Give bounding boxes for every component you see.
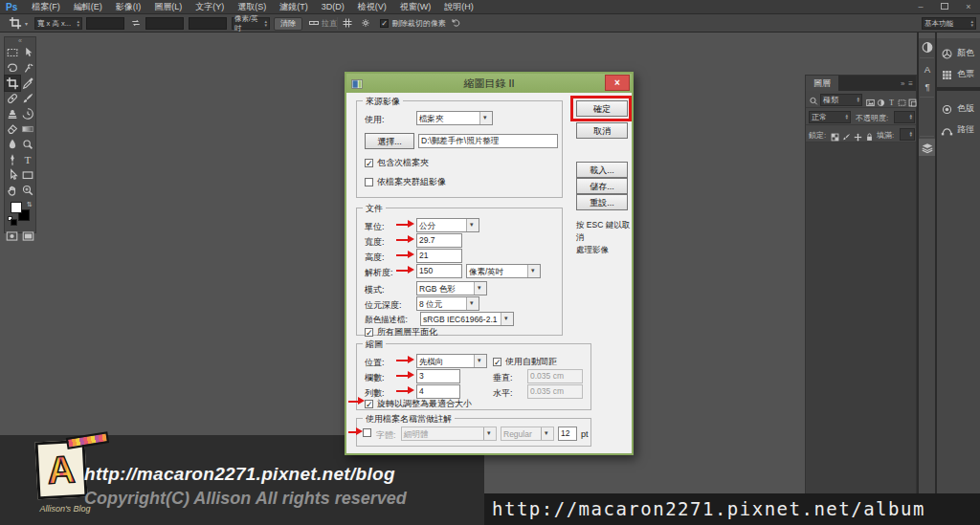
checkbox-box[interactable] [365, 159, 373, 167]
blend-mode-dropdown[interactable]: 正常 [809, 111, 851, 123]
healing-brush-tool[interactable] [5, 91, 20, 106]
color-profile-dropdown[interactable]: sRGB IEC61966-2.1 [420, 312, 514, 326]
cancel-button[interactable]: 取消 [576, 122, 628, 139]
menu-item[interactable]: 選取(S) [231, 0, 273, 14]
adjustment-filter-icon[interactable] [876, 95, 886, 105]
tab-layers[interactable]: 圖層 [806, 76, 838, 91]
mode-dropdown[interactable]: RGB 色彩 [416, 281, 487, 295]
crop-width-input[interactable] [86, 17, 124, 30]
layer-filter-dropdown[interactable]: 種類 [820, 94, 862, 106]
pixel-filter-icon[interactable] [865, 95, 876, 105]
group-by-folder-checkbox[interactable]: 依檔案夾群組影像 [365, 176, 446, 188]
lasso-tool[interactable] [5, 60, 20, 76]
smart-filter-icon[interactable] [907, 95, 918, 105]
gradient-tool[interactable] [20, 121, 35, 137]
rotate-best-fit-checkbox[interactable]: 旋轉以調整為最適合大小 [365, 398, 472, 410]
crop-height-input[interactable] [145, 17, 184, 30]
lock-pixels-icon[interactable] [841, 129, 852, 140]
straighten-label[interactable]: 拉直 [322, 18, 337, 29]
shape-filter-icon[interactable] [897, 95, 907, 105]
flatten-layers-checkbox[interactable]: 所有圖層平面化 [365, 326, 437, 339]
menu-item[interactable]: 3D(D) [315, 0, 351, 14]
dialog-title-bar[interactable]: 縮圖目錄 II [346, 74, 632, 93]
menu-item[interactable]: 檢視(V) [351, 0, 393, 14]
menu-item[interactable]: 影像(I) [109, 0, 148, 14]
straighten-icon[interactable] [308, 16, 320, 30]
use-dropdown[interactable]: 檔案夾 [416, 111, 493, 125]
caption-size-field[interactable]: 12 [558, 427, 577, 441]
pen-tool[interactable] [5, 152, 20, 167]
rectangular-marquee-tool[interactable] [5, 45, 20, 60]
crop-ratio-preset-dropdown[interactable]: 寬 x 高 x... [34, 17, 82, 30]
use-filename-caption-checkbox[interactable] [363, 428, 371, 437]
panel-icon-brush-presets[interactable] [919, 99, 935, 117]
type-tool[interactable]: T [20, 152, 35, 167]
width-field[interactable]: 29.7 [416, 233, 462, 248]
dodge-tool[interactable] [20, 137, 35, 152]
opacity-dropdown[interactable] [894, 111, 915, 123]
collapse-panel-icon[interactable]: » [901, 79, 904, 88]
panel-icon-adjustments[interactable] [919, 38, 935, 55]
rows-field[interactable]: 4 [416, 384, 460, 399]
collapse-panel-icon[interactable] [5, 37, 35, 45]
height-field[interactable]: 21 [416, 249, 462, 263]
lock-transparency-icon[interactable] [830, 129, 840, 140]
load-button[interactable]: 載入... [576, 162, 628, 178]
default-colors-icon[interactable] [8, 216, 12, 221]
checkbox-box[interactable] [365, 178, 373, 186]
crop-settings-gear-icon[interactable] [360, 16, 371, 30]
choose-button[interactable]: 選擇... [365, 133, 414, 149]
menu-item[interactable]: 說明(H) [437, 0, 480, 14]
delete-cropped-pixels-checkbox[interactable] [380, 19, 389, 28]
tool-dropdown-arrow-icon[interactable]: ▾ [25, 20, 28, 27]
menu-item[interactable]: 檔案(F) [25, 0, 67, 14]
columns-field[interactable]: 3 [416, 369, 460, 383]
checkbox-box[interactable] [363, 428, 371, 437]
swap-colors-icon[interactable] [27, 201, 33, 208]
place-dropdown[interactable]: 先橫向 [416, 354, 487, 368]
resolution-unit-dropdown[interactable]: 像素/英吋 [466, 264, 541, 278]
panel-tab-channels-panel[interactable]: 色版 [937, 98, 980, 119]
reset-button[interactable]: 重設... [576, 194, 628, 210]
panel-menu-icon[interactable]: ≡ [908, 79, 913, 88]
lock-all-icon[interactable] [864, 129, 875, 140]
restore-button[interactable] [937, 1, 952, 13]
checkbox-box[interactable] [365, 400, 373, 408]
fill-dropdown[interactable] [900, 128, 915, 141]
history-brush-tool[interactable] [20, 106, 35, 121]
move-tool[interactable] [20, 45, 35, 60]
checkbox-box[interactable] [493, 358, 501, 366]
menu-item[interactable]: 編輯(E) [67, 0, 109, 14]
checkbox-box[interactable] [365, 328, 373, 337]
minimize-button[interactable]: – [913, 1, 928, 13]
panel-icon-character[interactable]: A [919, 60, 935, 77]
resolution-field[interactable]: 150 [416, 264, 462, 278]
crop-tool[interactable] [5, 76, 20, 91]
hand-tool[interactable] [5, 183, 20, 198]
save-button[interactable]: 儲存... [576, 178, 628, 194]
lock-position-icon[interactable] [853, 129, 863, 140]
path-select-tool[interactable] [5, 167, 20, 183]
auto-spacing-checkbox[interactable]: 使用自動間距 [493, 356, 557, 368]
crop-resolution-input[interactable] [189, 17, 227, 30]
panel-icon-tool-presets[interactable] [919, 117, 935, 134]
foreground-color-swatch[interactable] [11, 202, 22, 213]
clear-button[interactable]: 清除 [274, 17, 302, 31]
crop-overlay-icon[interactable] [342, 16, 353, 30]
panel-tab-color-panel[interactable]: 顏色 [937, 42, 980, 63]
close-button[interactable]: × [961, 1, 976, 13]
dialog-close-button[interactable] [605, 75, 630, 91]
shape-tool[interactable] [20, 167, 35, 183]
bit-depth-dropdown[interactable]: 8 位元 [416, 296, 479, 311]
menu-item[interactable]: 視窗(W) [393, 0, 438, 14]
include-subfolders-checkbox[interactable]: 包含次檔案夾 [365, 157, 429, 169]
panel-tab-swatches-panel[interactable]: 色票 [937, 63, 980, 84]
blur-tool[interactable] [5, 137, 20, 152]
source-path-field[interactable]: D:\郵差手作\照片整理 [418, 134, 558, 148]
panel-icon-paragraph[interactable]: ¶ [919, 77, 935, 95]
quick-mask-icon[interactable] [6, 230, 18, 243]
resolution-unit-dropdown[interactable]: 像素/英吋 [232, 17, 270, 30]
eyedropper-tool[interactable] [20, 76, 35, 91]
swap-dimensions-icon[interactable] [130, 16, 142, 30]
clone-stamp-tool[interactable] [5, 106, 20, 121]
